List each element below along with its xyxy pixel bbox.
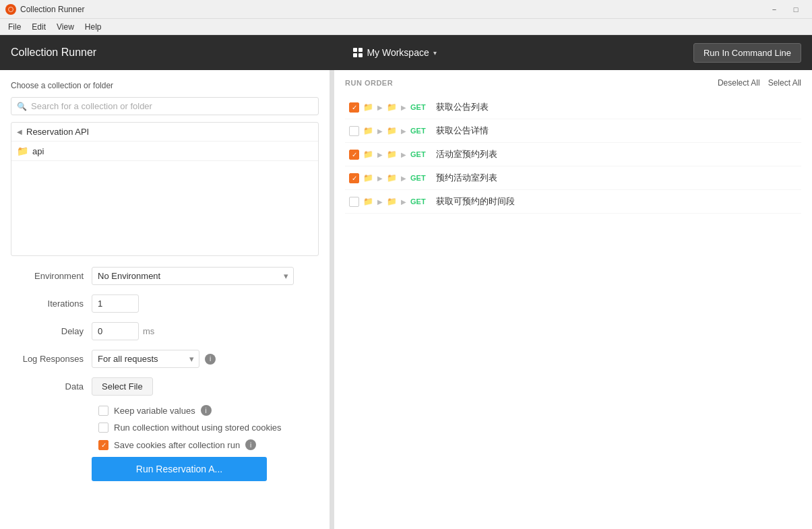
method-badge-2: GET xyxy=(410,150,432,158)
run-button-wrapper: Run Reservation A... xyxy=(11,457,319,481)
collection-item-api[interactable]: 📁 api xyxy=(11,142,318,161)
chevron-left-icon: ◀ xyxy=(17,128,22,135)
arrow-icon-2a: ▶ xyxy=(377,151,383,158)
keep-variable-label: Keep variable values xyxy=(114,406,195,416)
method-badge-1: GET xyxy=(410,127,432,135)
folder-name: api xyxy=(32,146,44,156)
folder-icon-2: 📁 xyxy=(363,150,373,159)
workspace-selector[interactable]: My Workspace ▾ xyxy=(353,47,436,58)
folder-icon-1: 📁 xyxy=(363,126,373,135)
environment-label: Environment xyxy=(11,271,92,281)
left-panel: Choose a collection or folder 🔍 ◀ Reserv… xyxy=(0,70,330,529)
save-cookies-row: Save cookies after collection run i xyxy=(11,439,319,450)
table-row: 📁 ▶ 📁 ▶ GET 活动室预约列表 xyxy=(345,143,801,166)
iterations-input[interactable] xyxy=(92,294,139,313)
subfolder-icon-0: 📁 xyxy=(387,102,397,112)
request-name-2: 活动室预约列表 xyxy=(436,148,497,160)
main-layout: Choose a collection or folder 🔍 ◀ Reserv… xyxy=(0,70,812,529)
request-name-1: 获取公告详情 xyxy=(436,125,489,137)
collection-item-reservation-api[interactable]: ◀ Reservation API xyxy=(11,123,318,142)
log-responses-info-icon[interactable]: i xyxy=(205,354,216,365)
folder-icon-4: 📁 xyxy=(363,197,373,206)
request-checkbox-2[interactable] xyxy=(349,150,359,160)
menu-edit[interactable]: Edit xyxy=(26,21,51,33)
deselect-all-button[interactable]: Deselect All xyxy=(718,78,760,88)
minimize-button[interactable]: − xyxy=(763,3,785,16)
maximize-button[interactable]: □ xyxy=(785,3,807,16)
environment-select-wrapper: No Environment xyxy=(92,267,294,285)
request-checkbox-0[interactable] xyxy=(349,102,359,113)
log-responses-select[interactable]: For all requests For failed requests Non… xyxy=(92,350,199,368)
header-title: Collection Runner xyxy=(11,46,96,59)
collection-empty xyxy=(11,161,318,255)
title-bar-title: Collection Runner xyxy=(20,5,84,14)
folder-icon-0: 📁 xyxy=(363,102,373,112)
request-checkbox-1[interactable] xyxy=(349,126,359,136)
subfolder-icon-3: 📁 xyxy=(387,173,397,183)
run-collection-button[interactable]: Run Reservation A... xyxy=(92,457,267,481)
keep-variable-row: Keep variable values i xyxy=(11,405,319,416)
delay-input[interactable] xyxy=(92,322,139,340)
ms-label: ms xyxy=(143,326,154,336)
log-select-wrapper: For all requests For failed requests Non… xyxy=(92,350,216,368)
select-file-button[interactable]: Select File xyxy=(92,377,153,396)
arrow-icon-4b: ▶ xyxy=(401,198,406,206)
delay-row: Delay ms xyxy=(11,322,319,340)
table-row: 📁 ▶ 📁 ▶ GET 获取可预约的时间段 xyxy=(345,190,801,214)
menu-file[interactable]: File xyxy=(3,21,26,33)
save-cookies-info-icon[interactable]: i xyxy=(245,439,256,450)
no-cookies-checkbox[interactable] xyxy=(98,423,108,433)
arrow-icon-3b: ▶ xyxy=(401,175,406,182)
workspace-grid-icon xyxy=(353,48,363,57)
title-bar: Collection Runner − □ xyxy=(0,0,812,19)
no-cookies-label: Run collection without using stored cook… xyxy=(114,423,282,433)
method-badge-4: GET xyxy=(410,197,432,206)
request-checkbox-3[interactable] xyxy=(349,173,359,183)
select-all-button[interactable]: Select All xyxy=(768,78,801,88)
environment-select[interactable]: No Environment xyxy=(92,267,294,285)
arrow-icon-4a: ▶ xyxy=(377,198,383,206)
collection-name: Reservation API xyxy=(26,127,89,137)
arrow-icon-1a: ▶ xyxy=(377,127,383,135)
data-row: Data Select File xyxy=(11,377,319,396)
menu-view[interactable]: View xyxy=(51,21,80,33)
keep-variable-checkbox[interactable] xyxy=(98,406,108,416)
choose-label: Choose a collection or folder xyxy=(11,81,319,90)
run-order-actions: Deselect All Select All xyxy=(718,78,801,88)
table-row: 📁 ▶ 📁 ▶ GET 获取公告列表 xyxy=(345,96,801,119)
run-order-header: RUN ORDER Deselect All Select All xyxy=(345,78,801,88)
log-responses-row: Log Responses For all requests For faile… xyxy=(11,350,319,368)
menu-bar: File Edit View Help xyxy=(0,19,812,35)
collection-list: ◀ Reservation API 📁 api xyxy=(11,122,319,256)
log-responses-label: Log Responses xyxy=(11,354,92,364)
save-cookies-checkbox[interactable] xyxy=(98,440,108,450)
subfolder-icon-4: 📁 xyxy=(387,197,397,206)
subfolder-icon-1: 📁 xyxy=(387,126,397,135)
table-row: 📁 ▶ 📁 ▶ GET 获取公告详情 xyxy=(345,119,801,143)
request-checkbox-4[interactable] xyxy=(349,197,359,207)
iterations-label: Iterations xyxy=(11,299,92,309)
search-input[interactable] xyxy=(31,101,313,111)
arrow-icon-2b: ▶ xyxy=(401,151,406,158)
postman-icon xyxy=(5,4,16,15)
keep-variable-info-icon[interactable]: i xyxy=(201,405,212,416)
request-name-0: 获取公告列表 xyxy=(436,101,489,113)
table-row: 📁 ▶ 📁 ▶ GET 预约活动室列表 xyxy=(345,166,801,190)
title-bar-left: Collection Runner xyxy=(5,4,84,15)
search-icon: 🔍 xyxy=(17,102,27,111)
folder-icon-3: 📁 xyxy=(363,173,373,183)
arrow-icon-0a: ▶ xyxy=(377,104,383,111)
workspace-chevron-icon: ▾ xyxy=(433,49,437,57)
subfolder-icon-2: 📁 xyxy=(387,150,397,159)
folder-icon: 📁 xyxy=(17,146,28,156)
run-in-command-line-button[interactable]: Run In Command Line xyxy=(693,43,801,63)
request-name-4: 获取可预约的时间段 xyxy=(436,195,515,208)
search-box: 🔍 xyxy=(11,97,319,115)
menu-help[interactable]: Help xyxy=(80,21,107,33)
title-bar-controls: − □ xyxy=(763,3,807,16)
run-order-title: RUN ORDER xyxy=(345,79,393,87)
delay-label: Delay xyxy=(11,326,92,336)
right-panel: RUN ORDER Deselect All Select All 📁 ▶ 📁 … xyxy=(334,70,812,529)
data-label: Data xyxy=(11,381,92,392)
no-cookies-row: Run collection without using stored cook… xyxy=(11,423,319,433)
